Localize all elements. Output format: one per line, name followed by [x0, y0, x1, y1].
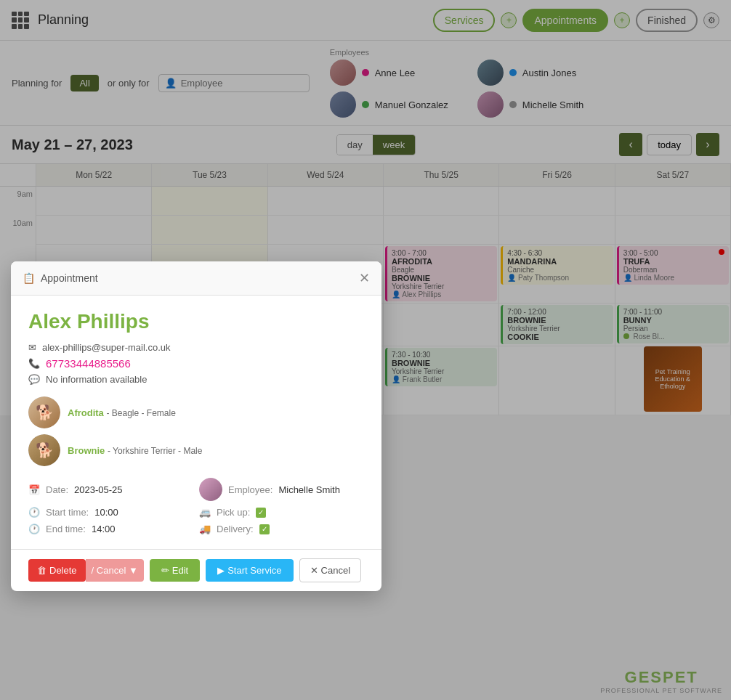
appointment-modal: 📋 Appointment ✕ Alex Phillips ✉ alex-phi… — [11, 261, 381, 415]
modal-close-button[interactable]: ✕ — [359, 270, 370, 286]
client-whatsapp-row: 💬 No information available — [28, 374, 364, 385]
client-whatsapp: No information available — [46, 374, 147, 385]
modal-title: Appointment — [41, 272, 98, 284]
modal-pets: 🐕 Afrodita - Beagle - Female 🐕 — [28, 396, 364, 415]
whatsapp-icon: 💬 — [28, 374, 40, 385]
pet-row-afrodita: 🐕 Afrodita - Beagle - Female — [28, 396, 364, 415]
pet-info-afrodita: Afrodita - Beagle - Female — [68, 407, 176, 416]
pet-name-afrodita: Afrodita — [68, 407, 104, 416]
client-name: Alex Phillips — [28, 310, 364, 333]
phone-icon: 📞 — [28, 358, 40, 369]
avatar-afrodita: 🐕 — [28, 396, 60, 415]
client-phone[interactable]: 67733444885566 — [46, 357, 131, 370]
email-icon: ✉ — [28, 342, 36, 353]
pet-details-afrodita: - Beagle - Female — [106, 408, 175, 416]
modal-header: 📋 Appointment ✕ — [11, 261, 381, 296]
client-email: alex-phillips@super-mail.co.uk — [42, 342, 170, 353]
client-email-row: ✉ alex-phillips@super-mail.co.uk — [28, 342, 364, 353]
client-phone-row: 📞 67733444885566 — [28, 357, 364, 370]
modal-overlay: 📋 Appointment ✕ Alex Phillips ✉ alex-phi… — [0, 0, 731, 415]
calendar-icon: 📋 — [23, 272, 35, 284]
modal-header-title: 📋 Appointment — [23, 272, 98, 284]
modal-body: Alex Phillips ✉ alex-phillips@super-mail… — [11, 296, 381, 415]
